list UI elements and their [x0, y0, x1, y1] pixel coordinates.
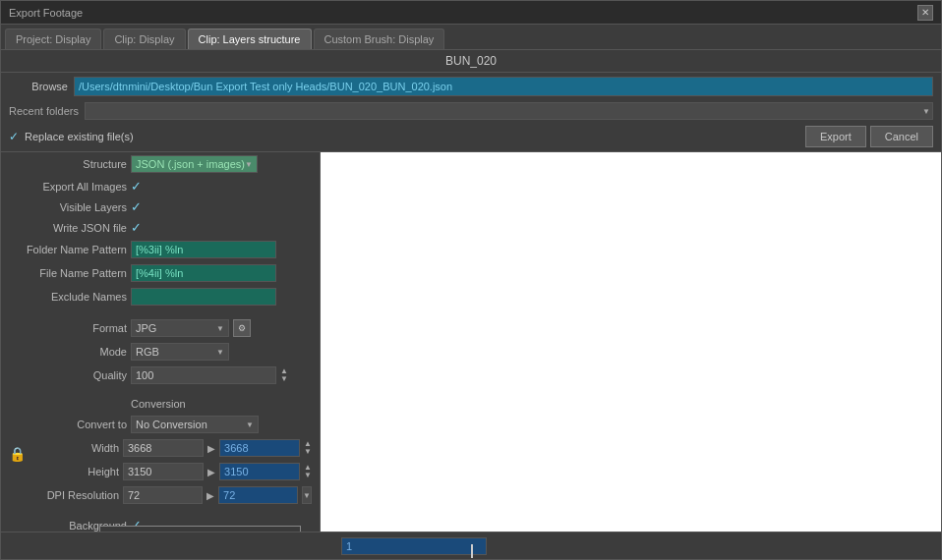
width-down-arrow[interactable]: ▼ [304, 448, 312, 456]
height-arrow-button[interactable]: ▶ [207, 463, 215, 480]
write-json-row: Write JSON file ✓ [1, 217, 320, 238]
write-json-check[interactable]: ✓ [131, 220, 142, 235]
filename-bar: BUN_020 [1, 50, 941, 73]
dialog-title: Export Footage [9, 7, 83, 19]
filename-label: BUN_020 [445, 54, 497, 68]
export-all-images-row: Export All Images ✓ [1, 176, 320, 196]
convert-to-dropdown[interactable]: No Conversion ▼ [131, 416, 259, 433]
preview-panel [321, 152, 941, 532]
mode-label: Mode [9, 346, 127, 358]
exclude-names-row: Exclude Names [1, 285, 320, 308]
dimensions-section: 🔒 Width ▶ ▲ ▼ Height ▶ [1, 436, 320, 507]
structure-dropdown[interactable]: JSON (.json + images) ▼ [131, 155, 258, 173]
write-json-label: Write JSON file [9, 222, 127, 234]
recent-folders-dropdown[interactable]: ▼ [85, 102, 933, 120]
mode-dropdown[interactable]: RGB ▼ [131, 343, 229, 361]
height-spinner[interactable]: ▲ ▼ [304, 464, 312, 479]
recent-folders-label: Recent folders [9, 105, 79, 117]
dpi-input2[interactable] [218, 486, 298, 504]
export-all-images-label: Export All Images [9, 181, 127, 193]
folder-number-input[interactable] [341, 537, 487, 555]
dpi-input1[interactable] [123, 486, 203, 504]
conversion-heading: Conversion [131, 398, 186, 410]
format-dropdown[interactable]: JPG ▼ [131, 319, 229, 337]
dpi-label: DPI Resolution [29, 489, 119, 501]
quality-down-arrow[interactable]: ▼ [280, 375, 292, 383]
dpi-dropdown[interactable]: ▼ [302, 486, 312, 504]
cancel-button[interactable]: Cancel [870, 126, 933, 147]
export-button[interactable]: Export [805, 126, 866, 147]
width-spinner[interactable]: ▲ ▼ [304, 440, 312, 456]
structure-dropdown-arrow: ▼ [245, 160, 253, 169]
cursor-line [471, 544, 473, 558]
tooltip-box: Duplicate Images will not be exported [99, 526, 301, 532]
action-buttons: Export Cancel [805, 126, 933, 147]
tab-clip-display[interactable]: Clip: Display [103, 28, 185, 49]
folder-pattern-label: Folder Name Pattern [9, 244, 127, 255]
dpi-row: DPI Resolution ▶ ▼ [1, 483, 320, 507]
width-label: Width [29, 442, 119, 454]
tab-clip-layers[interactable]: Clip: Layers structure [188, 28, 312, 49]
bottom-spacer [9, 540, 333, 552]
convert-to-label: Convert to [9, 419, 127, 430]
replace-label: Replace existing file(s) [25, 131, 134, 142]
quality-input[interactable] [131, 366, 276, 384]
visible-layers-label: Visible Layers [9, 201, 127, 213]
replace-checkmark: ✓ [9, 130, 19, 143]
file-pattern-row: File Name Pattern [1, 261, 320, 285]
height-input1[interactable] [123, 463, 204, 480]
mode-row: Mode RGB ▼ [1, 340, 320, 364]
conversion-label-row: Conversion [1, 395, 320, 413]
mode-dropdown-arrow: ▼ [216, 348, 224, 357]
exclude-names-input[interactable] [131, 288, 276, 306]
tab-project-display[interactable]: Project: Display [5, 28, 101, 49]
quality-label: Quality [9, 369, 127, 381]
convert-dropdown-arrow: ▼ [246, 420, 254, 429]
format-settings-button[interactable]: ⚙ [233, 319, 251, 337]
format-dropdown-arrow: ▼ [216, 324, 224, 333]
quality-spinner[interactable]: ▲ ▼ [280, 367, 292, 383]
width-input1[interactable] [123, 439, 204, 457]
width-input2[interactable] [219, 439, 300, 457]
height-row: Height ▶ ▲ ▼ [1, 460, 320, 483]
format-label: Format [9, 322, 127, 334]
left-panel: Structure JSON (.json + images) ▼ Export… [1, 152, 321, 532]
tab-custom-brush[interactable]: Custom Brush: Display [314, 28, 445, 49]
tooltip-text: Duplicate Images will not be exported [110, 531, 290, 532]
close-icon: ✕ [921, 7, 929, 18]
close-button[interactable]: ✕ [917, 5, 933, 21]
quality-row: Quality ▲ ▼ [1, 364, 320, 387]
recent-folders-row: Recent folders ▼ [1, 100, 941, 122]
lock-icon: 🔒 [9, 446, 26, 462]
export-all-images-check[interactable]: ✓ [131, 179, 142, 194]
browse-row: Browse [1, 73, 941, 100]
tab-bar: Project: Display Clip: Display Clip: Lay… [1, 25, 941, 50]
convert-to-row: Convert to No Conversion ▼ [1, 413, 320, 436]
main-content: Structure JSON (.json + images) ▼ Export… [1, 152, 941, 532]
structure-label: Structure [9, 158, 127, 170]
divider1 [1, 308, 320, 316]
folder-pattern-input[interactable] [131, 241, 276, 258]
bottom-row [1, 532, 941, 559]
height-label: Height [29, 466, 119, 477]
folder-pattern-row: Folder Name Pattern [1, 238, 320, 261]
width-row: Width ▶ ▲ ▼ [1, 436, 320, 460]
exclude-names-label: Exclude Names [9, 291, 127, 303]
width-arrow-button[interactable]: ▶ [207, 439, 215, 457]
title-bar: Export Footage ✕ [1, 1, 941, 25]
format-row: Format JPG ▼ ⚙ [1, 316, 320, 340]
divider2 [1, 387, 320, 395]
format-settings-icon: ⚙ [238, 323, 246, 333]
height-down-arrow[interactable]: ▼ [304, 472, 312, 479]
structure-row: Structure JSON (.json + images) ▼ [1, 152, 320, 176]
dropdown-arrow-icon: ▼ [922, 107, 930, 116]
height-input2[interactable] [219, 463, 300, 480]
dialog: Export Footage ✕ Project: Display Clip: … [0, 0, 942, 560]
browse-label: Browse [9, 81, 68, 92]
file-pattern-label: File Name Pattern [9, 267, 127, 279]
file-pattern-input[interactable] [131, 264, 276, 282]
divider3 [1, 507, 320, 515]
browse-input[interactable] [74, 77, 933, 96]
dpi-arrow-button[interactable]: ▶ [206, 486, 214, 504]
visible-layers-check[interactable]: ✓ [131, 199, 142, 214]
